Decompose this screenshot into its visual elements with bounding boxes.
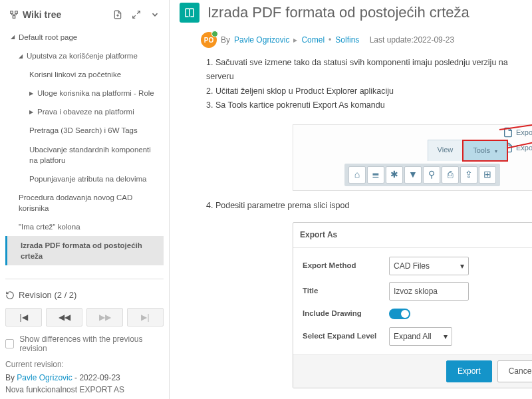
tree-item-label: Ubacivanje standardnih komponenti na pla… [29, 144, 161, 166]
dialog-title: Export As [300, 228, 337, 241]
tree-item-label: "Ima crtež" kolona [19, 221, 80, 232]
avatar[interactable]: PO [201, 32, 217, 48]
tree-item[interactable]: Korisni linkovi za početnike [5, 65, 164, 84]
caret-right-icon: ▶ [29, 108, 33, 116]
print-icon[interactable]: ⎙ [442, 166, 459, 184]
tree-item-label: Korisni linkovi za početnike [29, 69, 121, 80]
tree-item[interactable]: Ubacivanje standardnih komponenti na pla… [5, 140, 164, 170]
expand-level-select[interactable]: Expand All ▾ [389, 327, 452, 346]
tree-item-label: Pretraga (3D Search) i 6W Tags [29, 125, 138, 136]
step-3: 3. Sa Tools kartice pokrenuti Export As … [206, 98, 532, 112]
settings-icon[interactable]: ⊞ [479, 166, 496, 184]
tree-item[interactable]: Procedura dodavanja novog CAD korisnika [5, 188, 164, 217]
tree-item[interactable]: ◢Uputstva za korišćenje platforme [5, 47, 164, 65]
sidebar: Wiki tree ◢ Default root page ◢Uputstva … [0, 0, 170, 399]
tree-item[interactable]: ▶Uloge korisnika na platformi - Role [5, 84, 164, 102]
tree-icon [9, 10, 19, 19]
revision-panel: Revision (2 / 2) |◀ ◀◀ ▶▶ ▶| Show differ… [5, 279, 164, 394]
tree-item[interactable]: Popunjavanje atributa na delovima [5, 170, 164, 188]
tab-tools[interactable]: Tools ▾ [462, 140, 508, 162]
revision-date: 2022-09-23 [79, 373, 120, 382]
tree-item-label: Procedura dodavanja novog CAD korisnika [19, 192, 161, 213]
revision-author-line: By Pavle Ogrizovic - 2022-09-23 [5, 373, 164, 382]
org-link-1[interactable]: Comel [301, 35, 325, 45]
export-button[interactable]: Export [446, 360, 492, 382]
export-as-dialog: Export As ✕ Export Method CAD Files ▾ Ti… [293, 222, 532, 388]
last-update: Last update:2022-09-23 [370, 35, 454, 45]
tree-item[interactable]: Izrada PDF formata od postojećih crteža [5, 236, 164, 265]
title-label: Title [303, 285, 389, 298]
rev-prev-button[interactable]: ◀◀ [46, 308, 82, 327]
rev-next-button: ▶▶ [86, 308, 123, 327]
new-page-icon[interactable] [113, 10, 122, 19]
tab-view[interactable]: View [428, 140, 464, 161]
org-link-2[interactable]: Solfins [335, 35, 359, 45]
svg-line-5 [137, 11, 140, 14]
page-title: Izrada PDF formata od postojećih crteža [207, 4, 469, 21]
tree-item-label: Uputstva za korišćenje platforme [27, 51, 138, 61]
chevron-down-icon: ▾ [460, 259, 464, 273]
wiki-tree-title-text: Wiki tree [23, 9, 61, 20]
svg-rect-0 [11, 11, 13, 14]
svg-rect-1 [15, 11, 18, 14]
list-icon[interactable]: ≣ [367, 166, 384, 184]
chevron-down-icon: ▾ [495, 148, 497, 154]
tree-item[interactable]: Pretraga (3D Search) i 6W Tags [5, 121, 164, 140]
byline: PO By Pavle Ogrizovic ▸ Comel • Solfins … [201, 32, 532, 48]
export-icon[interactable]: ⇪ [460, 166, 477, 184]
revision-author-link[interactable]: Pavle Ogrizovic [17, 373, 72, 382]
title-input[interactable]: Izvoz sklopa [389, 282, 469, 301]
tree-item[interactable]: ▶Prava i obaveze na platformi [5, 102, 164, 121]
screenshot-tools-tab: Export Export As View Tools ▾ ⌂ ≣ ✱ ▼ [293, 124, 532, 191]
checkbox-icon[interactable] [5, 339, 14, 348]
svg-rect-2 [13, 16, 15, 19]
author-link[interactable]: Pavle Ogrizovic [234, 35, 289, 45]
cancel-button[interactable]: Cancel [497, 360, 532, 382]
tree-item-label: Uloge korisnika na platformi - Role [37, 88, 154, 98]
graph-icon[interactable]: ✱ [386, 166, 403, 184]
step-1: 1. Sačuvati sve izmene tako da statusi s… [206, 56, 532, 84]
wiki-tree-title: Wiki tree [9, 9, 61, 20]
rev-first-button[interactable]: |◀ [5, 308, 42, 327]
tree-item-label: Prava i obaveze na platformi [37, 106, 134, 117]
current-revision-label: Current revision: [5, 360, 164, 369]
expand-level-label: Select Expand Level [303, 330, 389, 343]
tree-item-label: Popunjavanje atributa na delovima [29, 174, 146, 184]
tree-root[interactable]: ◢ Default root page [5, 28, 164, 47]
home-icon[interactable]: ⌂ [348, 166, 366, 184]
tab-strip: View Tools ▾ [428, 140, 508, 161]
tree-item-label: Default root page [19, 32, 77, 43]
expand-icon[interactable] [132, 10, 141, 19]
filter-icon[interactable]: ▼ [404, 166, 422, 184]
wiki-tree: ◢ Default root page ◢Uputstva za korišće… [5, 28, 164, 265]
search-icon[interactable]: ⚲ [423, 166, 440, 184]
revision-count: Revision (2 / 2) [19, 290, 76, 300]
page-header: Izrada PDF formata od postojećih crteža [180, 3, 532, 23]
rev-last-button: ▶| [127, 308, 164, 327]
history-icon [5, 291, 15, 300]
tree-item[interactable]: "Ima crtež" kolona [5, 217, 164, 236]
revision-title: Revision (2 / 2) [5, 290, 164, 300]
article-body: 1. Sačuvati sve izmene tako da statusi s… [206, 56, 532, 399]
show-diff-label: Show differences with the previous revis… [19, 334, 164, 353]
include-drawing-label: Include Drawing [303, 307, 389, 321]
wiki-tree-header: Wiki tree [5, 7, 164, 23]
include-drawing-toggle[interactable] [389, 309, 410, 319]
show-diff-row[interactable]: Show differences with the previous revis… [5, 334, 164, 353]
caret-down-icon: ◢ [19, 53, 23, 60]
caret-down-icon: ◢ [11, 33, 15, 41]
chevron-down-icon: ▾ [444, 330, 448, 343]
main-content: Izrada PDF formata od postojećih crteža … [170, 0, 532, 399]
chevron-down-icon[interactable] [150, 10, 160, 19]
svg-line-6 [133, 15, 136, 18]
step-4: 4. Podesiti parametre prema slici ispod [206, 199, 532, 213]
toolbar: ⌂ ≣ ✱ ▼ ⚲ ⎙ ⇪ ⊞ [344, 164, 500, 186]
export-method-label: Export Method [303, 259, 389, 273]
caret-right-icon: ▶ [29, 90, 33, 97]
export-method-select[interactable]: CAD Files ▾ [389, 257, 469, 275]
revision-description: Nova funkcionalnost EXPORT AS [5, 385, 164, 394]
tree-item-label: Izrada PDF formata od postojećih crteža [21, 240, 161, 261]
step-2: 2. Učitati željeni sklop u Product Explo… [206, 84, 532, 98]
book-icon [180, 3, 200, 23]
revision-nav: |◀ ◀◀ ▶▶ ▶| [5, 308, 164, 327]
